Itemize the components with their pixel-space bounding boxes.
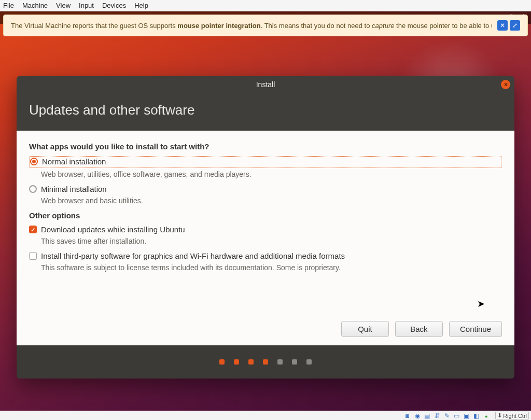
menu-devices[interactable]: Devices xyxy=(102,2,126,9)
normal-install-radio[interactable]: Normal installation xyxy=(30,157,498,166)
menu-view[interactable]: View xyxy=(56,2,71,9)
other-options-title: Other options xyxy=(29,211,502,220)
host-key-indicator[interactable]: ⬇ Right Ctrl xyxy=(495,412,529,419)
status-hdd-icon[interactable]: ◙ xyxy=(403,412,411,419)
installer-titlebar: Install ✕ xyxy=(17,76,514,93)
download-updates-checkbox[interactable]: Download updates while installing Ubuntu xyxy=(29,225,502,234)
status-network-icon[interactable]: ⇵ xyxy=(433,412,441,419)
download-updates-desc: This saves time after installation. xyxy=(41,237,502,245)
host-statusbar: ◙ ◉ ▤ ⇵ ✎ ▭ ▣ ◧ ⬥ ⬇ Right Ctrl xyxy=(0,411,531,420)
host-menubar: File Machine View Input Devices Help xyxy=(0,0,531,11)
notification-text: The Virtual Machine reports that the gue… xyxy=(11,22,492,30)
step-dot xyxy=(219,359,225,365)
menu-file[interactable]: File xyxy=(3,2,14,9)
checkbox-icon xyxy=(29,226,37,233)
menu-help[interactable]: Help xyxy=(134,2,148,9)
step-dot xyxy=(263,359,268,365)
normal-install-desc: Web browser, utilities, office software,… xyxy=(41,170,502,178)
normal-install-label: Normal installation xyxy=(42,157,106,166)
minimal-install-desc: Web browser and basic utilities. xyxy=(41,197,502,205)
status-shared-icon[interactable]: ▭ xyxy=(453,412,460,419)
close-button[interactable]: ✕ xyxy=(501,80,510,89)
step-dot xyxy=(234,359,239,365)
minimal-install-label: Minimal installation xyxy=(41,185,107,193)
third-party-desc: This software is subject to license term… xyxy=(41,263,502,272)
radio-icon xyxy=(30,158,38,165)
menu-input[interactable]: Input xyxy=(79,2,94,9)
minimal-install-radio[interactable]: Minimal installation xyxy=(29,185,502,193)
notif-dismiss-icon[interactable]: ⤢ xyxy=(510,20,520,31)
checkbox-icon xyxy=(29,252,37,260)
continue-button[interactable]: Continue xyxy=(449,321,502,337)
status-display-icon[interactable]: ▣ xyxy=(463,412,470,419)
status-record-icon[interactable]: ◧ xyxy=(472,412,480,419)
status-optical-icon[interactable]: ◉ xyxy=(413,412,421,419)
step-dot xyxy=(292,359,297,365)
step-dot xyxy=(277,359,283,365)
normal-install-option-group: Normal installation xyxy=(29,156,502,168)
quit-button[interactable]: Quit xyxy=(341,321,389,337)
menu-machine[interactable]: Machine xyxy=(22,2,48,9)
status-mouse-icon[interactable]: ⬥ xyxy=(482,412,490,419)
download-updates-label: Download updates while installing Ubuntu xyxy=(41,225,185,234)
host-key-label: Right Ctrl xyxy=(503,413,527,419)
status-usb-icon[interactable]: ✎ xyxy=(443,412,451,419)
integration-notification: The Virtual Machine reports that the gue… xyxy=(3,15,528,36)
step-dot xyxy=(248,359,254,365)
radio-icon xyxy=(29,185,37,193)
third-party-checkbox[interactable]: Install third-party software for graphic… xyxy=(29,251,502,260)
installer-window: Install ✕ Updates and other software Wha… xyxy=(17,76,514,379)
notif-action-icon[interactable]: ✕ xyxy=(497,20,508,31)
progress-dots xyxy=(17,345,514,379)
back-button[interactable]: Back xyxy=(395,321,443,337)
window-title: Install xyxy=(256,80,275,89)
apps-question: What apps would you like to install to s… xyxy=(29,142,502,151)
installer-heading: Updates and other software xyxy=(17,93,514,131)
installer-content: What apps would you like to install to s… xyxy=(17,131,514,345)
status-audio-icon[interactable]: ▤ xyxy=(423,412,431,419)
down-arrow-icon: ⬇ xyxy=(497,412,502,419)
guest-desktop: Fri 05:22 ⧉ 🔊 ⏻ The Virtual Machine repo… xyxy=(0,11,531,411)
button-row: Quit Back Continue xyxy=(29,314,502,337)
third-party-label: Install third-party software for graphic… xyxy=(41,251,345,260)
step-dot xyxy=(306,359,312,365)
